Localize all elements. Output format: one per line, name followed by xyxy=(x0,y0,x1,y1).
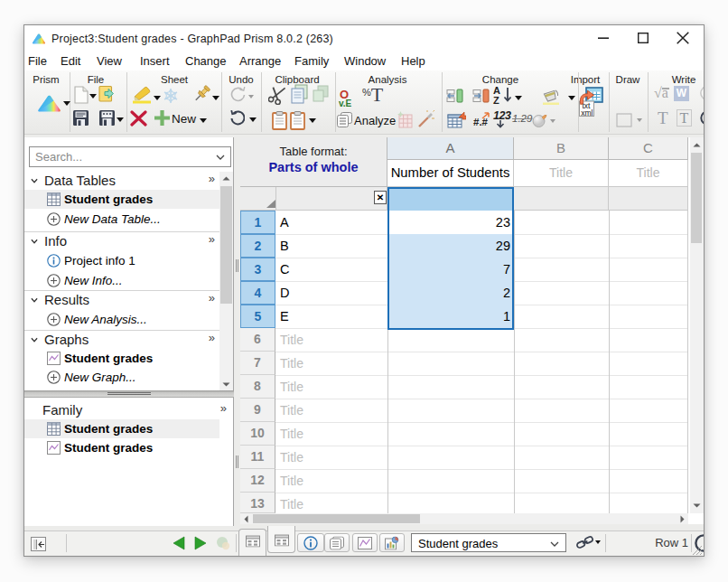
svg-text:xml: xml xyxy=(581,108,593,117)
